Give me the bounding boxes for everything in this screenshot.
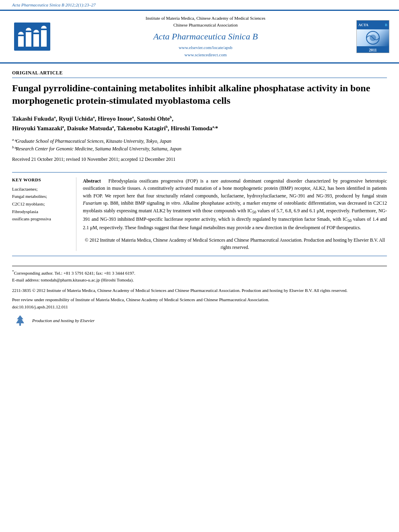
svg-rect-12 (41, 29, 47, 30)
keywords-column: KEY WORDS Lucilactaenes; Fungal metaboli… (12, 177, 76, 251)
authors: Takashi Fukudaa, Ryuji Uchidaa, Hiroyo I… (12, 114, 387, 133)
email-text: E-mail address: tomodah@pharm.kitasato-u… (12, 277, 134, 282)
received-line: Received 21 October 2011; revised 10 Nov… (12, 156, 387, 166)
footer-peer: Peer review under responsibility of Inst… (0, 296, 399, 310)
main-content: ORIGINAL ARTICLE Fungal pyrrolidine-cont… (0, 64, 399, 266)
journal-title: Acta Pharmaceutica Sinica B (64, 31, 347, 42)
fusarium-italic: Fusarium (83, 200, 102, 206)
keyword-4: Fibrodysplasia (12, 208, 70, 216)
section-label: ORIGINAL ARTICLE (12, 70, 387, 78)
year-badge: 2011 (369, 48, 376, 52)
authors-text: Takashi Fukudaa, Ryuji Uchidaa, Hiroyo I… (12, 115, 218, 131)
keyword-5: ossificans progressiva (12, 215, 70, 223)
abstract-label: Abstract (83, 178, 101, 184)
header-urls: www.elsevier.com/locate/apsb www.science… (64, 44, 347, 58)
abstract-section: KEY WORDS Lucilactaenes; Fungal metaboli… (12, 172, 387, 256)
citation-bar: Acta Pharmaceutica Sinica B 2012;2(1):23… (0, 0, 399, 10)
svg-rect-17 (19, 323, 21, 326)
elsevier-logo-icon (12, 314, 28, 327)
journal-logo-left (8, 21, 56, 53)
affiliation-a: ᵃGraduate School of Pharmaceutical Scien… (14, 138, 172, 144)
abstract-column: Abstract Fibrodysplasia ossificans progr… (76, 177, 387, 251)
elsevier-label: Production and hosting by Elsevier (32, 318, 95, 323)
footer-legal-text: 2211-3835 © 2012 Institute of Materia Me… (12, 288, 348, 293)
header-institute: Institute of Materia Medica, Chinese Aca… (64, 15, 347, 28)
keyword-3: C2C12 myoblasts; (12, 200, 70, 208)
url2[interactable]: www.sciencedirect.com (185, 52, 227, 57)
keywords-title: KEY WORDS (12, 177, 70, 182)
abstract-text: Fibrodysplasia ossificans progressiva (F… (83, 178, 387, 230)
article-title: Fungal pyrrolidine-containing metabolite… (12, 82, 387, 107)
copyright-text: © 2012 Institute of Materia Medica, Chin… (85, 238, 385, 249)
svg-rect-9 (18, 35, 24, 36)
in-vitro-italic: in vitro (166, 200, 180, 206)
footer-doi: doi:10.1016/j.apsb.2011.12.011 (12, 304, 68, 309)
footnote-corresponding: *Corresponding author. Tel.: +81 3 5791 … (12, 269, 387, 284)
url1[interactable]: www.elsevier.com/locate/apsb (179, 45, 232, 50)
svg-rect-11 (33, 33, 39, 34)
footer-elsevier: Production and hosting by Elsevier (0, 314, 399, 331)
corresponding-text: Corresponding author. Tel.: +81 3 5791 6… (14, 270, 136, 275)
journal-logo-right: ACTA B 2011 (355, 20, 391, 53)
footer-peer-text: Peer review under responsibility of Inst… (12, 297, 269, 302)
footer-legal: 2211-3835 © 2012 Institute of Materia Me… (0, 287, 399, 294)
footnote-section: *Corresponding author. Tel.: +81 3 5791 … (12, 266, 387, 284)
svg-rect-10 (26, 31, 31, 32)
keywords-list: Lucilactaenes; Fungal metabolites; C2C12… (12, 185, 70, 223)
keyword-1: Lucilactaenes; (12, 185, 70, 193)
header-center: Institute of Materia Medica, Chinese Aca… (56, 15, 355, 58)
page-wrapper: Acta Pharmaceutica Sinica B 2012;2(1):23… (0, 0, 399, 532)
affiliation-b: ᵇResearch Center for Genomic Medicine, S… (14, 146, 181, 152)
affiliations: aᵃGraduate School of Pharmaceutical Scie… (12, 137, 387, 152)
citation-text: Acta Pharmaceutica Sinica B 2012;2(1):23… (12, 2, 96, 7)
copyright-block: © 2012 Institute of Materia Medica, Chin… (83, 237, 387, 251)
keyword-2: Fungal metabolites; (12, 193, 70, 200)
header-section: Institute of Materia Medica, Chinese Aca… (0, 10, 399, 64)
